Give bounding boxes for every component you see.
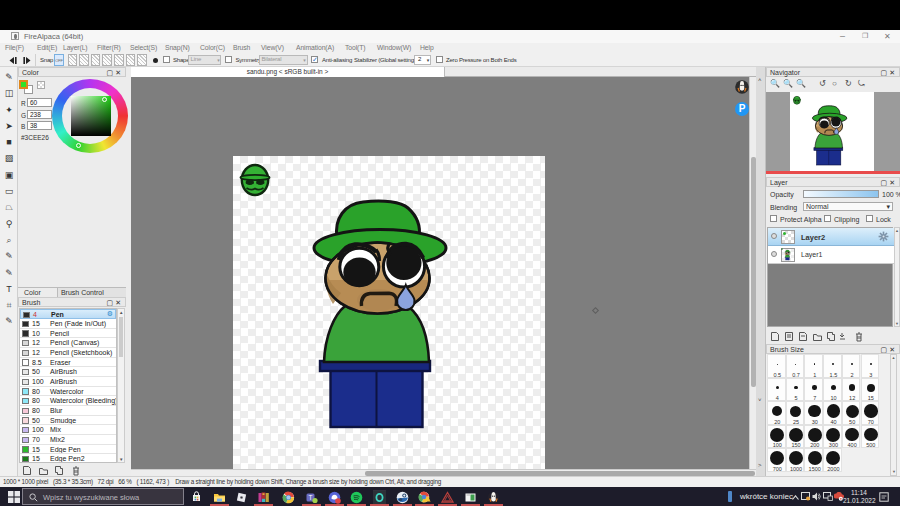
- svg-text:T: T: [309, 494, 313, 501]
